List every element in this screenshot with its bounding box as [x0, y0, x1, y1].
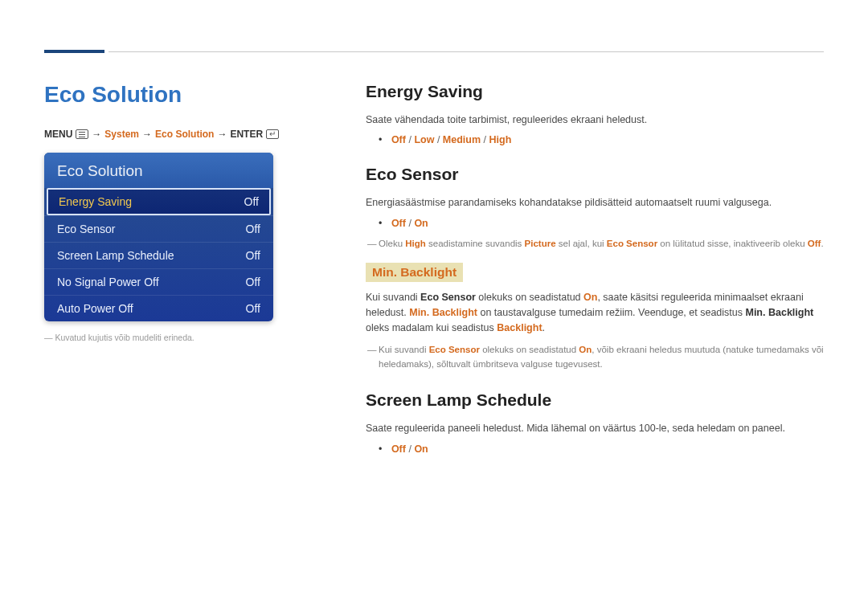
- menu-item-value: Off: [244, 195, 259, 208]
- menu-icon: [76, 129, 88, 139]
- menu-item-energy-saving[interactable]: Energy SavingOff: [47, 188, 271, 215]
- menu-panel: Eco Solution Energy SavingOffEco SensorO…: [44, 153, 273, 321]
- eco-sensor-note: Oleku High seadistamine suvandis Picture…: [367, 237, 824, 251]
- breadcrumb-eco-solution: Eco Solution: [155, 129, 214, 140]
- menu-item-label: No Signal Power Off: [57, 276, 159, 288]
- breadcrumb-system: System: [104, 129, 139, 140]
- eco-sensor-desc: Energiasäästmise parandamiseks kohandata…: [366, 195, 824, 210]
- page-title: Eco Solution: [44, 82, 321, 108]
- menu-item-auto-power-off[interactable]: Auto Power OffOff: [44, 295, 273, 321]
- screen-lamp-heading: Screen Lamp Schedule: [366, 390, 824, 410]
- min-backlight-note: Kui suvandi Eco Sensor olekuks on seadis…: [367, 343, 824, 372]
- screen-lamp-options: Off / On: [379, 443, 824, 455]
- breadcrumb-enter: ENTER: [230, 129, 263, 140]
- menu-item-eco-sensor[interactable]: Eco SensorOff: [44, 215, 273, 242]
- energy-saving-desc: Saate vähendada toite tarbimist, regulee…: [366, 112, 824, 128]
- eco-sensor-options: Off / On: [379, 218, 824, 229]
- eco-sensor-heading: Eco Sensor: [366, 165, 824, 184]
- menu-item-value: Off: [246, 249, 260, 262]
- menu-item-value: Off: [246, 276, 260, 288]
- breadcrumb-arrow: →: [92, 129, 101, 140]
- energy-saving-heading: Energy Saving: [366, 82, 824, 101]
- enter-icon: [266, 129, 279, 139]
- min-backlight-heading: Min. Backlight: [366, 263, 463, 282]
- menu-item-label: Screen Lamp Schedule: [57, 249, 174, 262]
- menu-item-screen-lamp-schedule[interactable]: Screen Lamp ScheduleOff: [44, 242, 273, 268]
- menu-item-value: Off: [246, 302, 260, 315]
- breadcrumb-arrow: →: [142, 129, 152, 140]
- menu-item-label: Auto Power Off: [57, 302, 133, 315]
- min-backlight-desc: Kui suvandi Eco Sensor olekuks on seadis…: [366, 290, 824, 337]
- menu-item-no-signal-power-off[interactable]: No Signal Power OffOff: [44, 268, 273, 295]
- energy-saving-options: Off / Low / Medium / High: [379, 134, 824, 145]
- breadcrumb: MENU → System → Eco Solution → ENTER: [44, 129, 321, 140]
- screen-lamp-desc: Saate reguleerida paneeli heledust. Mida…: [366, 421, 824, 436]
- breadcrumb-menu: MENU: [44, 129, 72, 140]
- footnote: Kuvatud kujutis võib mudeliti erineda.: [44, 333, 321, 342]
- menu-item-label: Energy Saving: [59, 195, 132, 208]
- menu-panel-header: Eco Solution: [44, 153, 273, 188]
- menu-item-value: Off: [246, 223, 260, 235]
- breadcrumb-arrow: →: [217, 129, 227, 140]
- menu-item-label: Eco Sensor: [57, 223, 115, 235]
